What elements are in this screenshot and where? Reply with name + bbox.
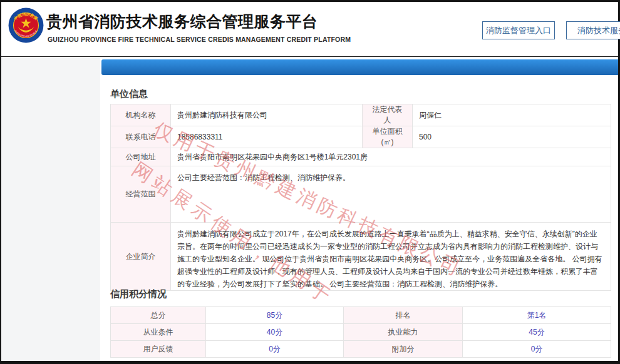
bonus-value: 0分 <box>463 341 611 358</box>
org-name-label: 机构名称 <box>111 104 171 126</box>
phone-value: 18586833311 <box>171 126 363 148</box>
total-score-label: 总分 <box>111 307 206 324</box>
fire-supervision-entry-button[interactable]: 消防监督管理入口 <box>482 21 555 39</box>
unit-info-table: 机构名称 贵州黔建消防科技有限公司 法定代表人 周偓仁 联系电话 1858683… <box>110 104 611 291</box>
bonus-label: 附加分 <box>344 341 463 358</box>
area-label: 单位面积(㎡) <box>363 126 413 148</box>
phone-label: 联系电话 <box>111 126 171 148</box>
rank-value: 第1名 <box>463 307 611 324</box>
table-row: 联系电话 18586833311 单位面积(㎡) 500 <box>111 126 611 148</box>
area-value: 500 <box>413 126 611 148</box>
user-feedback-label: 用户反馈 <box>111 341 206 358</box>
table-row: 用户反馈 0分 附加分 0分 <box>111 341 611 358</box>
page-subtitle: GUIZHOU PROVINCE FIRE TECHNICAL SERVICE … <box>48 36 351 43</box>
legal-rep-label: 法定代表人 <box>363 104 413 126</box>
page-title: 贵州省消防技术服务综合管理服务平台 <box>46 11 318 32</box>
window: 中国消防救援 CHINA FIRE AND RESCUE 贵州省消防技术服务综合… <box>0 0 620 364</box>
table-row: 经营范围 公司主要经营范围：消防工程检测、消防维护保养。 <box>111 166 611 223</box>
scope-value: 公司主要经营范围：消防工程检测、消防维护保养。 <box>171 166 611 223</box>
practice-ability-value: 45分 <box>463 324 611 341</box>
legal-rep-value: 周偓仁 <box>413 104 611 126</box>
table-row: 机构名称 贵州黔建消防科技有限公司 法定代表人 周偓仁 <box>111 104 611 126</box>
practice-ability-label: 执业能力 <box>344 324 463 341</box>
header: 中国消防救援 CHINA FIRE AND RESCUE 贵州省消防技术服务综合… <box>1 2 618 56</box>
intro-value: 贵州黔建消防有限公司成立于2017年，在公司成长发展的道路上一直秉承着“品质为上… <box>171 223 611 291</box>
credit-score-section-title: 信用积分情况 <box>110 288 167 300</box>
china-fire-rescue-logo-icon: 中国消防救援 CHINA FIRE AND RESCUE <box>8 8 44 43</box>
table-row: 企业简介 贵州黔建消防有限公司成立于2017年，在公司成长发展的道路上一直秉承着… <box>111 223 611 291</box>
unit-info-section-title: 单位信息 <box>110 88 148 100</box>
table-row: 总分 85分 排名 第1名 <box>111 307 611 324</box>
address-label: 公司地址 <box>111 148 171 166</box>
total-score-value: 85分 <box>206 307 344 324</box>
org-name-value: 贵州黔建消防科技有限公司 <box>171 104 363 126</box>
table-row: 从业条件 40分 执业能力 45分 <box>111 324 611 341</box>
fire-technical-service-entry-button[interactable]: 消防技术服务 <box>566 21 620 39</box>
intro-label: 企业简介 <box>111 223 171 291</box>
rank-label: 排名 <box>344 307 463 324</box>
address-value: 贵州省贵阳市南明区花果园中央商务区1号楼1单元2301房 <box>171 148 611 166</box>
section-top-bar <box>101 59 618 75</box>
table-row: 公司地址 贵州省贵阳市南明区花果园中央商务区1号楼1单元2301房 <box>111 148 611 166</box>
employment-condition-label: 从业条件 <box>111 324 206 341</box>
user-feedback-value: 0分 <box>206 341 344 358</box>
page-background: 单位信息 机构名称 贵州黔建消防科技有限公司 法定代表人 周偓仁 联系电话 18… <box>1 57 618 361</box>
scope-label: 经营范围 <box>111 166 171 223</box>
employment-condition-value: 40分 <box>206 324 344 341</box>
credit-score-table: 总分 85分 排名 第1名 从业条件 40分 执业能力 45分 用户反馈 0分 … <box>110 306 611 358</box>
